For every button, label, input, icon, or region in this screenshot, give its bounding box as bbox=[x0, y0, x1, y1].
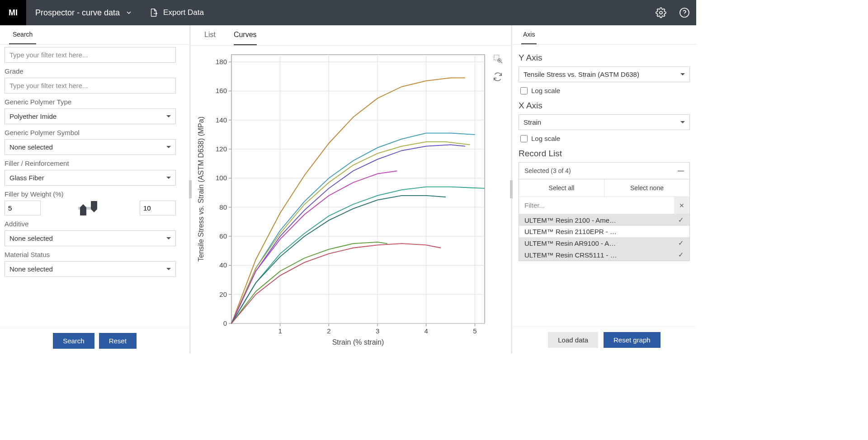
record-item[interactable]: ULTEM™ Resin 2110EPR - … bbox=[519, 226, 689, 237]
tab-curves[interactable]: Curves bbox=[234, 25, 257, 45]
export-data-button[interactable]: Export Data bbox=[142, 8, 211, 18]
svg-text:5: 5 bbox=[473, 327, 476, 335]
svg-text:140: 140 bbox=[216, 116, 227, 124]
recordlist-collapse[interactable]: Selected (3 of 4) — bbox=[519, 162, 690, 179]
tab-search[interactable]: Search bbox=[9, 25, 36, 44]
svg-text:2: 2 bbox=[327, 327, 330, 335]
svg-point-0 bbox=[660, 11, 662, 14]
record-item[interactable]: ULTEM™ Resin 2100 - Ame…✓ bbox=[519, 214, 689, 226]
check-icon: ✓ bbox=[678, 251, 684, 259]
svg-rect-3 bbox=[231, 55, 485, 323]
export-label: Export Data bbox=[163, 8, 204, 17]
check-icon: ✓ bbox=[678, 216, 684, 224]
settings-button[interactable] bbox=[649, 7, 673, 18]
reset-graph-button[interactable]: Reset graph bbox=[604, 332, 660, 348]
record-item[interactable]: ULTEM™ Resin AR9100 - A…✓ bbox=[519, 237, 689, 249]
matstatus-label: Material Status bbox=[5, 251, 185, 258]
chevron-down-icon bbox=[125, 9, 132, 16]
clear-filter-button[interactable]: ✕ bbox=[674, 197, 689, 214]
svg-point-1 bbox=[680, 8, 689, 17]
workspace-title: Prospector - curve data bbox=[35, 8, 120, 18]
polytype-select[interactable]: Polyether Imide bbox=[5, 108, 176, 124]
yaxis-log-label: Log scale bbox=[531, 87, 560, 94]
svg-text:4: 4 bbox=[425, 327, 428, 335]
caret-down-icon bbox=[680, 73, 685, 75]
additive-label: Additive bbox=[5, 220, 185, 228]
header: MI Prospector - curve data Export Data bbox=[0, 0, 696, 25]
svg-text:80: 80 bbox=[219, 203, 227, 211]
chart-area: 12345020406080100120140160180Strain (% s… bbox=[191, 46, 511, 353]
xaxis-title: X Axis bbox=[519, 101, 690, 111]
load-data-button[interactable]: Load data bbox=[548, 332, 598, 348]
polytype-value: Polyether Imide bbox=[9, 112, 57, 120]
svg-text:0: 0 bbox=[223, 319, 227, 327]
xaxis-value: Strain bbox=[524, 118, 541, 126]
svg-text:100: 100 bbox=[216, 174, 227, 182]
xaxis-log-checkbox[interactable]: Log scale bbox=[520, 135, 690, 142]
yaxis-title: Y Axis bbox=[519, 53, 690, 63]
check-icon: ✓ bbox=[678, 239, 684, 247]
record-item-label: ULTEM™ Resin AR9100 - A… bbox=[524, 239, 616, 247]
tab-list[interactable]: List bbox=[204, 25, 216, 45]
stress-strain-chart[interactable]: 12345020406080100120140160180Strain (% s… bbox=[195, 50, 494, 348]
fillerwt-slider[interactable] bbox=[47, 207, 133, 210]
caret-down-icon bbox=[166, 268, 171, 270]
filler-value: Glass Fiber bbox=[9, 174, 44, 182]
grade-label: Grade bbox=[5, 67, 185, 75]
svg-text:Strain (% strain): Strain (% strain) bbox=[332, 338, 384, 346]
tab-axis[interactable]: Axis bbox=[521, 25, 537, 44]
workspace-dropdown[interactable]: Prospector - curve data bbox=[26, 8, 142, 18]
select-none-button[interactable]: Select none bbox=[604, 179, 689, 197]
svg-text:3: 3 bbox=[376, 327, 379, 335]
svg-text:180: 180 bbox=[216, 58, 227, 66]
svg-text:160: 160 bbox=[216, 87, 227, 94]
right-panel: Axis Y Axis Tensile Stress vs. Strain (A… bbox=[512, 25, 696, 353]
search-button[interactable]: Search bbox=[53, 333, 94, 349]
additive-value: None selected bbox=[9, 234, 53, 242]
additive-select[interactable]: None selected bbox=[5, 230, 176, 246]
svg-text:1: 1 bbox=[278, 327, 282, 335]
caret-down-icon bbox=[166, 177, 171, 179]
matstatus-select[interactable]: None selected bbox=[5, 261, 176, 277]
select-all-button[interactable]: Select all bbox=[519, 179, 604, 197]
svg-text:120: 120 bbox=[216, 145, 227, 153]
yaxis-log-input[interactable] bbox=[520, 87, 528, 94]
record-item-label: ULTEM™ Resin 2110EPR - … bbox=[524, 228, 617, 235]
filters-scroll[interactable]: Grade Generic Polymer Type Polyether Imi… bbox=[0, 45, 189, 328]
zoom-select-icon[interactable] bbox=[493, 54, 503, 64]
record-filter-input[interactable] bbox=[519, 197, 674, 214]
xaxis-log-label: Log scale bbox=[531, 135, 560, 142]
record-item[interactable]: ULTEM™ Resin CRS5111 - …✓ bbox=[519, 249, 689, 261]
splitter-right[interactable] bbox=[511, 25, 512, 353]
polysym-select[interactable]: None selected bbox=[5, 139, 176, 155]
help-icon bbox=[679, 7, 690, 18]
yaxis-select[interactable]: Tensile Stress vs. Strain (ASTM D638) bbox=[519, 66, 690, 82]
polytype-label: Generic Polymer Type bbox=[5, 98, 185, 106]
fillerwt-min-input[interactable] bbox=[5, 201, 41, 215]
yaxis-log-checkbox[interactable]: Log scale bbox=[520, 87, 690, 94]
export-icon bbox=[149, 8, 159, 18]
slider-handle-min[interactable] bbox=[80, 207, 86, 215]
svg-text:60: 60 bbox=[219, 232, 227, 240]
help-button[interactable] bbox=[673, 7, 696, 18]
svg-text:Tensile Stress vs. Strain (AST: Tensile Stress vs. Strain (ASTM D638) (M… bbox=[197, 117, 205, 262]
close-icon: ✕ bbox=[679, 202, 684, 209]
xaxis-log-input[interactable] bbox=[520, 135, 528, 142]
filter-text-top[interactable] bbox=[5, 47, 176, 63]
selected-count: Selected (3 of 4) bbox=[524, 167, 571, 174]
filler-label: Filler / Reinforcement bbox=[5, 159, 185, 167]
record-list[interactable]: ULTEM™ Resin 2100 - Ame…✓ULTEM™ Resin 21… bbox=[519, 214, 689, 261]
slider-handle-max[interactable] bbox=[91, 201, 97, 209]
caret-down-icon bbox=[166, 146, 171, 148]
refresh-icon[interactable] bbox=[493, 72, 503, 82]
minus-icon: — bbox=[678, 167, 684, 174]
yaxis-value: Tensile Stress vs. Strain (ASTM D638) bbox=[524, 70, 639, 78]
reset-button[interactable]: Reset bbox=[99, 333, 137, 349]
xaxis-select[interactable]: Strain bbox=[519, 114, 690, 130]
grade-input[interactable] bbox=[5, 78, 176, 94]
filler-select[interactable]: Glass Fiber bbox=[5, 170, 176, 186]
svg-line-53 bbox=[500, 61, 502, 63]
fillerwt-max-input[interactable] bbox=[140, 201, 176, 215]
right-scroll[interactable]: Y Axis Tensile Stress vs. Strain (ASTM D… bbox=[512, 45, 696, 326]
app-logo: MI bbox=[0, 0, 26, 25]
